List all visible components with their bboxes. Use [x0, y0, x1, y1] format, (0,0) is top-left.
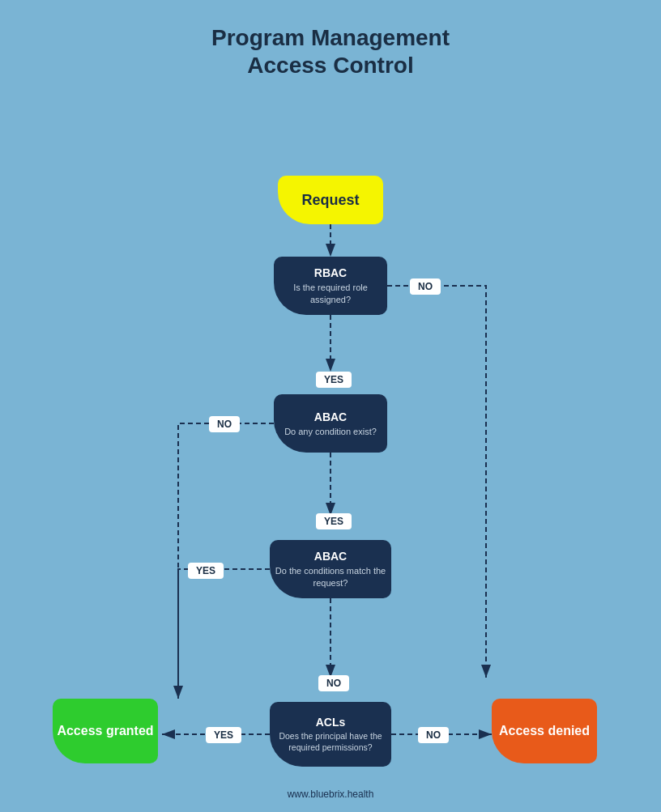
flowchart: Request RBAC Is the required role assign… — [0, 87, 661, 812]
no-abac1-label: NO — [209, 416, 240, 432]
no-rbac-label: NO — [410, 278, 441, 295]
access-denied-node: Access denied — [492, 699, 597, 763]
acls-node: ACLs Does the principal have the require… — [270, 702, 391, 767]
access-granted-node: Access granted — [53, 699, 158, 763]
abac2-node: ABAC Do the conditions match the request… — [270, 540, 391, 598]
yes-abac2-label: YES — [188, 563, 224, 579]
page-title: Program Management Access Control — [0, 0, 661, 79]
no-acls-label: NO — [418, 727, 449, 743]
rbac-node: RBAC Is the required role assigned? — [274, 257, 387, 315]
yes-acls-label: YES — [206, 727, 241, 743]
yes-abac1-label: YES — [316, 513, 352, 529]
footer: www.bluebrix.health — [0, 784, 661, 804]
yes-rbac-label: YES — [316, 372, 352, 388]
request-node: Request — [278, 176, 383, 224]
abac1-node: ABAC Do any condition exist? — [274, 394, 387, 453]
no-abac2-label: NO — [318, 675, 349, 691]
